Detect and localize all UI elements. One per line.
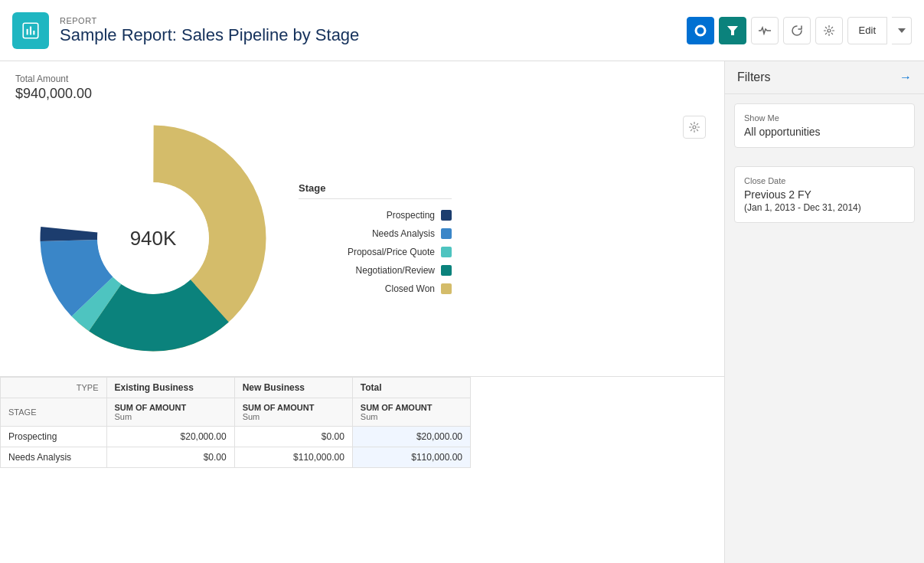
table-subheader-row: STAGE SUM OF AMOUNT Sum SUM OF AMOUNT Su… <box>1 398 471 427</box>
col-new-header: New Business <box>234 378 352 398</box>
header-actions: Edit <box>687 17 912 44</box>
legend-color-closed-won <box>441 283 452 294</box>
chart-legend: Stage Prospecting Needs Analysis Proposa… <box>299 182 452 294</box>
total-value: $940,000.00 <box>15 86 709 102</box>
table-row: Needs Analysis $0.00 $110,000.00 $110,00… <box>1 447 471 468</box>
donut-chart: 940K <box>31 116 276 361</box>
refresh-icon <box>792 25 802 36</box>
chart-gear-icon <box>689 122 700 133</box>
report-icon <box>12 12 49 49</box>
header-left: REPORT Sample Report: Sales Pipeline by … <box>12 12 359 49</box>
legend-item-negotiation: Negotiation/Review <box>299 265 452 276</box>
report-icon-svg <box>21 21 41 41</box>
legend-color-negotiation <box>441 265 452 276</box>
content-area: Total Amount $940,000.00 <box>0 61 725 563</box>
pulse-button[interactable] <box>751 17 779 44</box>
legend-title: Stage <box>299 182 452 199</box>
edit-button[interactable]: Edit <box>847 17 887 44</box>
svg-rect-2 <box>30 26 31 34</box>
legend-label-closed-won: Closed Won <box>385 283 435 294</box>
legend-color-needs-analysis <box>441 228 452 239</box>
subheader-new-metric: SUM OF AMOUNT Sum <box>234 398 352 427</box>
legend-item-closed-won: Closed Won <box>299 283 452 294</box>
sidebar-title: Filters <box>737 70 771 84</box>
col-type-header: TYPE <box>1 378 107 398</box>
row2-stage: Needs Analysis <box>1 447 107 468</box>
show-me-value[interactable]: All opportunities <box>744 126 905 138</box>
edit-dropdown-button[interactable] <box>892 17 912 44</box>
row2-existing: $0.00 <box>106 447 234 468</box>
report-label: REPORT <box>60 16 359 25</box>
subheader-existing-metric: SUM OF AMOUNT Sum <box>106 398 234 427</box>
row1-total: $20,000.00 <box>352 427 470 447</box>
svg-rect-3 <box>33 31 34 34</box>
subheader-stage-label: STAGE <box>1 398 107 427</box>
main-layout: Total Amount $940,000.00 <box>0 61 924 563</box>
table-header-row: TYPE Existing Business New Business Tota… <box>1 378 471 398</box>
legend-label-prospecting: Prospecting <box>387 210 435 221</box>
legend-item-prospecting: Prospecting <box>299 210 452 221</box>
show-me-filter-card: Show Me All opportunities <box>734 103 915 148</box>
table-row: Prospecting $20,000.00 $0.00 $20,000.00 <box>1 427 471 447</box>
col-existing-header: Existing Business <box>106 378 234 398</box>
chevron-down-icon <box>898 28 906 33</box>
subheader-sum-label-3: SUM OF AMOUNT <box>361 403 433 412</box>
row2-new: $110,000.00 <box>234 447 352 468</box>
close-date-filter-card: Close Date Previous 2 FY (Jan 1, 2013 - … <box>734 166 915 223</box>
filters-sidebar: Filters → Show Me All opportunities Clos… <box>725 61 924 563</box>
donut-center <box>97 182 209 294</box>
legend-label-needs-analysis: Needs Analysis <box>372 228 435 239</box>
settings-button[interactable] <box>815 17 843 44</box>
svg-point-5 <box>698 28 703 33</box>
legend-item-needs-analysis: Needs Analysis <box>299 228 452 239</box>
show-me-label: Show Me <box>744 113 905 123</box>
page-header: REPORT Sample Report: Sales Pipeline by … <box>0 0 924 61</box>
col-total-header: Total <box>352 378 470 398</box>
subheader-sum-label-2: SUM OF AMOUNT <box>243 403 315 412</box>
gear-icon <box>824 25 834 36</box>
svg-rect-1 <box>27 28 28 34</box>
row2-total: $110,000.00 <box>352 447 470 468</box>
close-date-value[interactable]: Previous 2 FY <box>744 188 905 201</box>
legend-color-proposal <box>441 247 452 257</box>
chart-inner: 940K Stage Prospecting Needs Analysis <box>15 116 709 361</box>
subheader-sum-label-1: SUM OF AMOUNT <box>115 403 187 412</box>
sidebar-expand-button[interactable]: → <box>900 70 912 84</box>
close-date-sub: (Jan 1, 2013 - Dec 31, 2014) <box>744 202 905 213</box>
row1-new: $0.00 <box>234 427 352 447</box>
svg-point-7 <box>828 29 831 32</box>
pulse-icon <box>759 26 771 35</box>
filter-icon <box>727 25 738 36</box>
row1-stage: Prospecting <box>1 427 107 447</box>
legend-item-proposal: Proposal/Price Quote <box>299 247 452 257</box>
total-section: Total Amount $940,000.00 <box>0 61 724 108</box>
legend-color-prospecting <box>441 210 452 221</box>
chart-container: 940K Stage Prospecting Needs Analysis <box>0 108 724 376</box>
legend-label-proposal: Proposal/Price Quote <box>348 247 435 257</box>
chart-view-button[interactable] <box>687 17 714 44</box>
refresh-button[interactable] <box>783 17 811 44</box>
svg-marker-6 <box>727 26 738 35</box>
donut-chart-icon <box>694 25 707 37</box>
donut-svg <box>31 116 276 361</box>
total-label: Total Amount <box>15 74 709 84</box>
data-table: TYPE Existing Business New Business Tota… <box>0 377 471 468</box>
header-title-block: REPORT Sample Report: Sales Pipeline by … <box>60 16 359 45</box>
filter-button[interactable] <box>719 17 746 44</box>
data-table-area: TYPE Existing Business New Business Tota… <box>0 376 724 468</box>
sidebar-header: Filters → <box>725 61 924 94</box>
legend-label-negotiation: Negotiation/Review <box>356 265 435 276</box>
svg-point-8 <box>693 126 696 129</box>
subheader-sum-agg-3: Sum <box>361 412 378 421</box>
subheader-sum-agg-2: Sum <box>243 412 260 421</box>
close-date-label: Close Date <box>744 176 905 185</box>
report-title: Sample Report: Sales Pipeline by Stage <box>60 25 359 45</box>
subheader-sum-agg-1: Sum <box>115 412 132 421</box>
row1-existing: $20,000.00 <box>106 427 234 447</box>
chart-settings-button[interactable] <box>683 116 706 139</box>
subheader-total-metric: SUM OF AMOUNT Sum <box>352 398 470 427</box>
